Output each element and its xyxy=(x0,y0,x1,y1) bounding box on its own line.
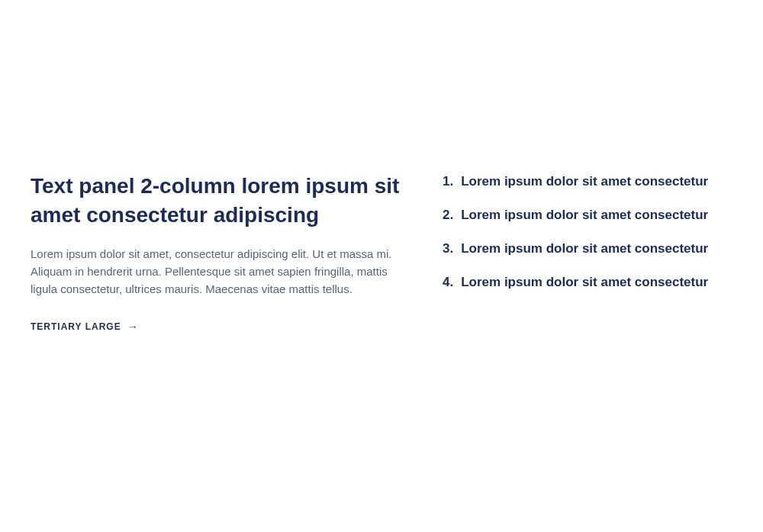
list-item-text: Lorem ipsum dolor sit amet consectetur xyxy=(461,274,708,291)
list-item: Lorem ipsum dolor sit amet consectetur xyxy=(443,173,732,190)
list-item: Lorem ipsum dolor sit amet consectetur xyxy=(443,207,732,224)
link-label: TERTIARY LARGE xyxy=(31,321,121,332)
list-item: Lorem ipsum dolor sit amet consectetur xyxy=(443,274,732,291)
left-column: Text panel 2-column lorem ipsum sit amet… xyxy=(31,172,404,333)
list-item-text: Lorem ipsum dolor sit amet consectetur xyxy=(461,207,708,224)
panel-body-text: Lorem ipsum dolor sit amet, consectetur … xyxy=(31,245,404,298)
two-column-panel: Text panel 2-column lorem ipsum sit amet… xyxy=(0,0,763,363)
numbered-list: Lorem ipsum dolor sit amet consectetur L… xyxy=(443,173,732,291)
right-column: Lorem ipsum dolor sit amet consectetur L… xyxy=(443,172,732,333)
list-item-text: Lorem ipsum dolor sit amet consectetur xyxy=(461,240,708,257)
panel-heading: Text panel 2-column lorem ipsum sit amet… xyxy=(31,172,404,230)
list-item: Lorem ipsum dolor sit amet consectetur xyxy=(443,240,732,257)
tertiary-large-link[interactable]: TERTIARY LARGE → xyxy=(31,321,139,332)
arrow-right-icon: → xyxy=(127,321,139,332)
list-item-text: Lorem ipsum dolor sit amet consectetur xyxy=(461,173,708,190)
